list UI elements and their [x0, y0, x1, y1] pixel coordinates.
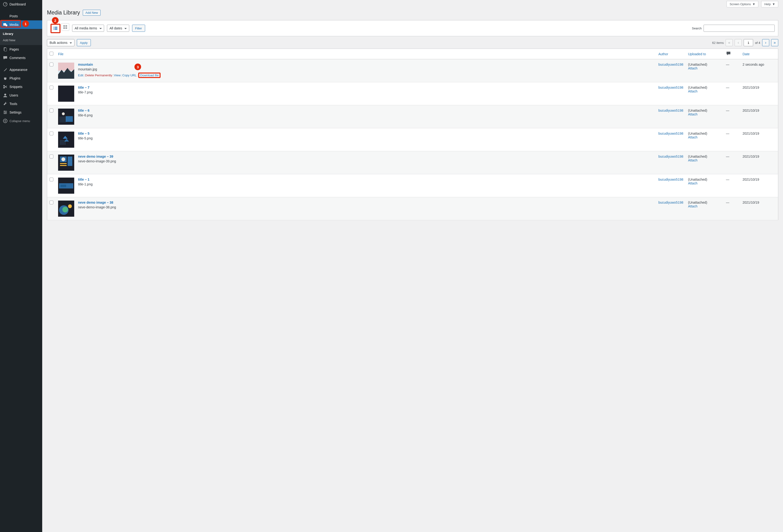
filter-button[interactable]: Filter: [132, 25, 145, 32]
author-link[interactable]: bucudiyuwo5198: [658, 132, 683, 135]
row-checkbox[interactable]: [50, 200, 53, 205]
svg-point-41: [64, 118, 65, 119]
author-link[interactable]: bucudiyuwo5198: [658, 178, 683, 181]
last-page-button[interactable]: »: [771, 39, 778, 46]
media-title-link[interactable]: mountain: [78, 63, 160, 66]
svg-point-66: [65, 140, 65, 141]
author-link[interactable]: bucudiyuwo5198: [658, 86, 683, 89]
svg-point-6: [3, 87, 5, 88]
sidebar-item-users[interactable]: Users: [0, 91, 42, 100]
bulk-actions-select[interactable]: Bulk actions: [47, 39, 74, 46]
thumbnail[interactable]: [58, 63, 74, 79]
page-input[interactable]: [744, 39, 753, 46]
svg-point-64: [63, 140, 63, 141]
screen-options-tab[interactable]: Screen Options▼: [726, 1, 758, 7]
copy-url-link[interactable]: Copy URL: [122, 73, 136, 77]
chevron-down-icon: ▼: [752, 2, 755, 6]
sidebar-label: Pages: [9, 48, 19, 51]
media-title-link[interactable]: title – 7: [78, 86, 92, 89]
thumbnail[interactable]: [58, 132, 74, 148]
help-tab[interactable]: Help▼: [761, 1, 778, 7]
first-page-button[interactable]: «: [726, 39, 733, 46]
comments-count: —: [726, 155, 729, 158]
delete-link[interactable]: Delete Permanently: [85, 73, 112, 77]
svg-point-73: [61, 143, 62, 143]
svg-point-92: [68, 159, 69, 160]
row-checkbox[interactable]: [50, 108, 53, 113]
attach-link[interactable]: Attach: [688, 205, 698, 208]
sidebar-item-plugins[interactable]: Plugins: [0, 74, 42, 83]
prev-page-button[interactable]: ‹: [734, 39, 742, 46]
sidebar-item-posts[interactable]: Posts: [0, 12, 42, 21]
unattached-label: (Unattached): [688, 63, 721, 66]
author-link[interactable]: bucudiyuwo5198: [658, 108, 683, 113]
date-text: 2021/10/19: [743, 108, 759, 113]
svg-point-95: [71, 159, 72, 160]
row-checkbox[interactable]: [50, 178, 53, 181]
search-input[interactable]: [703, 25, 775, 32]
edit-link[interactable]: Edit: [78, 73, 83, 77]
sidebar-item-tools[interactable]: Tools: [0, 100, 42, 108]
col-author[interactable]: Author: [656, 49, 686, 59]
sidebar-item-snippets[interactable]: Snippets: [0, 83, 42, 91]
thumbnail[interactable]: [58, 86, 74, 102]
author-link[interactable]: bucudiyuwo5198: [658, 155, 683, 158]
thumbnail[interactable]: [58, 155, 74, 171]
author-link[interactable]: bucudiyuwo5198: [658, 63, 683, 66]
svg-rect-86: [60, 165, 67, 166]
sidebar-sub-addnew[interactable]: Add New: [0, 37, 42, 43]
media-type-filter[interactable]: All media items: [72, 25, 104, 32]
media-title-link[interactable]: neve demo image – 38: [78, 200, 116, 205]
media-title-link[interactable]: neve demo image – 39: [78, 155, 116, 158]
row-checkbox[interactable]: [50, 86, 53, 89]
thumbnail[interactable]: [58, 108, 74, 125]
media-filename: title-5.png: [78, 136, 92, 140]
col-date[interactable]: Date: [740, 49, 778, 59]
author-link[interactable]: bucudiyuwo5198: [658, 200, 683, 205]
admin-sidebar: Dashboard Posts 1 Media Library Add New …: [0, 0, 42, 532]
next-page-button[interactable]: ›: [762, 39, 769, 46]
attach-link[interactable]: Attach: [688, 113, 698, 116]
svg-point-90: [70, 158, 71, 158]
grid-view-button[interactable]: [61, 24, 69, 31]
col-file[interactable]: File: [56, 49, 656, 59]
sidebar-item-pages[interactable]: Pages: [0, 45, 42, 54]
svg-rect-114: [60, 185, 66, 187]
row-checkbox[interactable]: [50, 155, 53, 158]
media-filename: neve-demo-image-39.png: [78, 159, 116, 163]
screen-options-label: Screen Options: [730, 2, 751, 6]
attach-link[interactable]: Attach: [688, 66, 698, 70]
media-title-link[interactable]: title – 1: [78, 178, 92, 181]
select-all-checkbox[interactable]: [50, 52, 53, 56]
sidebar-sub-library[interactable]: Library: [0, 31, 42, 37]
attach-link[interactable]: Attach: [688, 158, 698, 162]
download-link[interactable]: Download file: [140, 73, 159, 77]
view-link[interactable]: View: [114, 73, 121, 77]
sidebar-item-comments[interactable]: Comments: [0, 54, 42, 62]
attach-link[interactable]: Attach: [688, 181, 698, 185]
row-checkbox[interactable]: [50, 132, 53, 135]
attach-link[interactable]: Attach: [688, 89, 698, 93]
svg-point-2: [5, 24, 7, 26]
add-new-button[interactable]: Add New: [83, 10, 100, 15]
attach-link[interactable]: Attach: [688, 135, 698, 139]
media-title-link[interactable]: title – 5: [78, 132, 92, 135]
svg-point-102: [70, 162, 71, 162]
date-filter[interactable]: All dates: [107, 25, 129, 32]
sidebar-item-media[interactable]: Media: [0, 21, 42, 29]
list-view-button[interactable]: [52, 25, 59, 32]
apply-button[interactable]: Apply: [77, 39, 91, 46]
col-comments[interactable]: [724, 49, 740, 59]
sidebar-collapse[interactable]: Collapse menu: [0, 117, 42, 125]
sidebar-label: Comments: [9, 56, 26, 60]
row-checkbox[interactable]: [50, 63, 53, 66]
sidebar-item-dashboard[interactable]: Dashboard: [0, 0, 42, 8]
col-uploaded[interactable]: Uploaded to: [686, 49, 724, 59]
thumbnail[interactable]: [58, 200, 74, 217]
thumbnail[interactable]: [58, 178, 74, 194]
svg-point-29: [62, 113, 65, 115]
sidebar-item-appearance[interactable]: Appearance: [0, 65, 42, 74]
sidebar-item-settings[interactable]: Settings: [0, 108, 42, 117]
media-title-link[interactable]: title – 6: [78, 108, 92, 113]
unattached-label: (Unattached): [688, 155, 721, 158]
